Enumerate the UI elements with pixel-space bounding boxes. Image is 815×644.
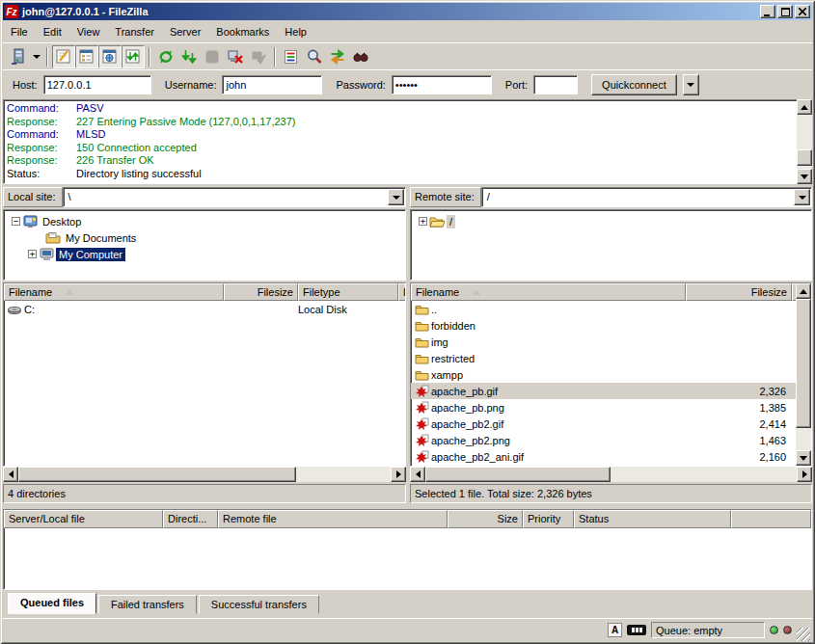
minimize-button[interactable]: [760, 5, 775, 18]
site-manager-button[interactable]: [7, 45, 30, 68]
collapse-icon[interactable]: −: [12, 217, 20, 226]
remote-file-list[interactable]: Filename Filesize .. forbidden img: [410, 282, 812, 467]
scroll-right-button[interactable]: [797, 467, 812, 482]
scroll-thumb[interactable]: [18, 467, 296, 482]
tree-item-desktop[interactable]: − Desktop: [4, 213, 405, 229]
scroll-left-button[interactable]: [410, 467, 425, 482]
menu-view[interactable]: View: [69, 24, 108, 40]
remote-hscrollbar[interactable]: [410, 467, 812, 482]
column-header-remote-file[interactable]: Remote file: [218, 510, 448, 528]
column-header-filesize[interactable]: Filesize: [224, 283, 298, 301]
scroll-right-button[interactable]: [391, 467, 406, 482]
quickconnect-dropdown[interactable]: [683, 74, 699, 95]
host-input[interactable]: [43, 75, 151, 94]
column-header-filesize[interactable]: Filesize: [686, 283, 792, 301]
local-hscrollbar[interactable]: [3, 467, 406, 482]
message-log-box[interactable]: Command:PASV Response:227 Entering Passi…: [3, 99, 812, 184]
compare-button[interactable]: [303, 45, 326, 68]
filter-button[interactable]: [280, 45, 303, 68]
column-header-filetype[interactable]: Filetype: [298, 283, 398, 301]
local-site-dropdown[interactable]: [388, 189, 404, 205]
scroll-thumb[interactable]: [796, 299, 811, 428]
tree-item-label[interactable]: Desktop: [40, 215, 84, 228]
tree-item-my-computer[interactable]: + My Computer: [4, 246, 405, 262]
file-name: apache_pb2_ani.gif: [431, 451, 686, 463]
tree-item-my-documents[interactable]: My Documents: [4, 229, 405, 246]
column-header-priority[interactable]: Priority: [523, 510, 574, 528]
local-site-combo[interactable]: \: [63, 187, 406, 207]
refresh-button[interactable]: [154, 45, 177, 68]
expand-icon[interactable]: +: [419, 217, 427, 226]
toggle-remote-tree-button[interactable]: [98, 45, 122, 68]
file-row-selected[interactable]: apache_pb.gif 2,326: [411, 383, 811, 399]
menu-bookmarks[interactable]: Bookmarks: [208, 24, 277, 40]
file-row[interactable]: forbidden: [411, 317, 811, 334]
column-header-filename[interactable]: Filename: [411, 283, 686, 301]
remote-tree[interactable]: + /: [410, 209, 812, 281]
log-scrollbar[interactable]: [797, 99, 812, 184]
file-name: apache_pb.gif: [431, 386, 686, 397]
remote-vscrollbar[interactable]: [796, 283, 811, 466]
site-manager-dropdown[interactable]: [30, 45, 42, 68]
tab-successful-transfers[interactable]: Successful transfers: [199, 595, 319, 614]
file-row[interactable]: apache_pb2.gif 2,414: [411, 416, 811, 432]
remote-site-dropdown[interactable]: [794, 189, 810, 205]
transfer-queue[interactable]: Server/Local file Directi... Remote file…: [3, 509, 812, 590]
scroll-up-button[interactable]: [797, 99, 812, 115]
tree-item-root[interactable]: + /: [411, 213, 811, 229]
tree-item-label[interactable]: My Documents: [63, 231, 139, 245]
expand-icon[interactable]: +: [28, 250, 37, 258]
column-header-last-modified[interactable]: L: [398, 283, 406, 301]
file-row[interactable]: xampp: [411, 366, 811, 383]
menu-file[interactable]: File: [3, 24, 36, 40]
file-row[interactable]: apache_pb.png 1,385: [411, 399, 811, 416]
file-row[interactable]: ..: [411, 301, 811, 317]
scroll-down-button[interactable]: [797, 169, 812, 184]
file-row[interactable]: apache_pb2_ani.gif 2,160: [411, 448, 811, 465]
scroll-thumb[interactable]: [425, 467, 611, 482]
maximize-button[interactable]: [777, 5, 793, 18]
title-bar[interactable]: Fz john@127.0.0.1 - FileZilla: [3, 3, 812, 20]
tree-item-label[interactable]: My Computer: [56, 248, 125, 261]
file-row[interactable]: restricted: [411, 350, 811, 366]
file-name: apache_pb2.gif: [431, 418, 686, 430]
file-row[interactable]: apache_pb2.png 1,463: [411, 432, 811, 448]
scroll-left-button[interactable]: [3, 467, 18, 482]
quickconnect-button[interactable]: Quickconnect: [591, 74, 677, 95]
column-header-status[interactable]: Status: [574, 510, 731, 528]
scroll-up-button[interactable]: [796, 283, 811, 299]
column-header-server-local-file[interactable]: Server/Local file: [4, 510, 163, 528]
menu-edit[interactable]: Edit: [36, 24, 69, 40]
remote-site-combo[interactable]: /: [481, 187, 812, 207]
disconnect-button[interactable]: [224, 45, 247, 68]
find-button[interactable]: [349, 45, 372, 68]
local-tree[interactable]: − Desktop My Documents + My Computer: [3, 209, 406, 281]
file-size: 2,160: [686, 451, 792, 463]
local-file-list[interactable]: Filename Filesize Filetype L C: Local Di…: [3, 282, 406, 467]
toggle-log-button[interactable]: [52, 45, 75, 68]
menu-server[interactable]: Server: [162, 24, 208, 40]
image-file-icon: [414, 450, 429, 464]
file-row[interactable]: C: Local Disk: [4, 301, 405, 317]
scroll-down-button[interactable]: [796, 450, 811, 466]
password-input[interactable]: [392, 75, 492, 94]
file-row[interactable]: img: [411, 334, 811, 350]
sync-browse-button[interactable]: [326, 45, 349, 68]
tab-queued-files[interactable]: Queued files: [8, 593, 96, 614]
tree-item-label[interactable]: /: [447, 215, 455, 228]
port-input[interactable]: [533, 75, 578, 94]
column-header-filename[interactable]: Filename: [4, 283, 224, 301]
menu-help[interactable]: Help: [277, 24, 314, 40]
close-button[interactable]: [795, 5, 810, 18]
resize-grip[interactable]: [797, 628, 810, 641]
username-input[interactable]: [222, 75, 322, 94]
menu-transfer[interactable]: Transfer: [107, 24, 162, 40]
scroll-thumb[interactable]: [797, 149, 812, 166]
activity-led-green-icon: [770, 626, 778, 634]
toggle-queue-button[interactable]: [122, 45, 145, 68]
toggle-local-tree-button[interactable]: [75, 45, 98, 68]
column-header-size[interactable]: Size: [448, 510, 523, 528]
process-queue-button[interactable]: [177, 45, 201, 68]
tab-failed-transfers[interactable]: Failed transfers: [98, 595, 197, 614]
column-header-direction[interactable]: Directi...: [163, 510, 218, 528]
